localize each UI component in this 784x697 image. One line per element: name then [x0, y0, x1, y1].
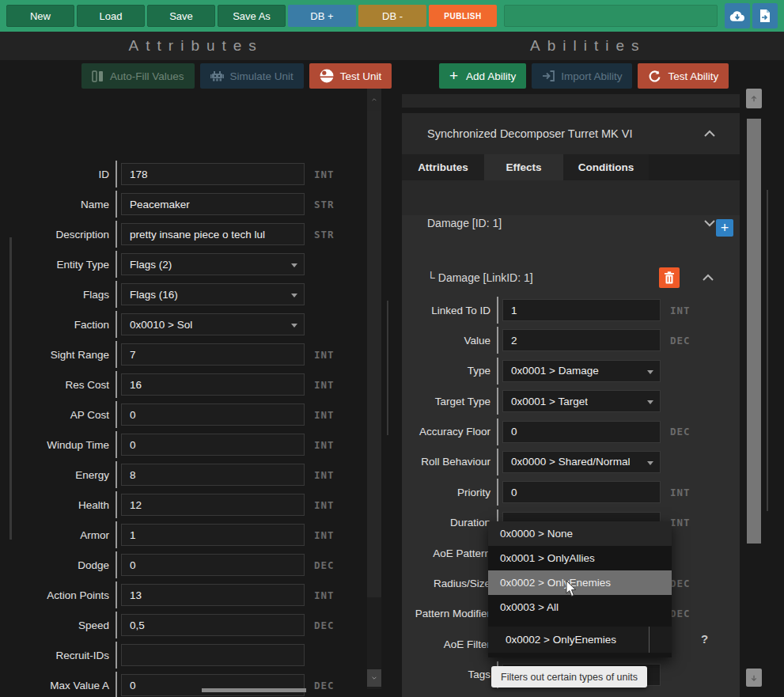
save-button[interactable]: Save [147, 5, 215, 27]
flags-dropdown[interactable]: Flags (16) [121, 283, 305, 305]
abilities-scrollbar-thumb[interactable] [747, 119, 761, 544]
auto-fill-values-button[interactable]: Auto-Fill Values [81, 63, 195, 89]
description-input[interactable]: pretty insane piece o tech lul [121, 223, 305, 245]
dropdown-option[interactable]: 0x0003 > All [488, 595, 672, 619]
field-type-label: INT [314, 379, 335, 391]
chevron-up-icon[interactable] [702, 273, 714, 282]
label-separator [116, 431, 117, 458]
help-icon[interactable]: ? [701, 632, 708, 646]
simulate-unit-button[interactable]: Simulate Unit [200, 63, 304, 89]
effect-section-header[interactable]: Damage [ID: 1] [427, 215, 716, 231]
ap-cost-input[interactable]: 0 [121, 403, 305, 426]
import-ability-button[interactable]: Import Ability [532, 63, 632, 89]
form-row: Recruit-IDs [0, 643, 365, 667]
chevron-down-icon[interactable] [703, 218, 716, 228]
entity-type-dropdown[interactable]: Flags (2) [121, 253, 305, 275]
field-type-label: STR [314, 229, 335, 241]
target-type-dropdown[interactable]: 0x0001 > Target [502, 390, 661, 412]
tab-effects[interactable]: Effects [484, 154, 563, 180]
add-ability-button[interactable]: + Add Ability [439, 63, 526, 89]
field-type-label: DEC [314, 619, 335, 631]
load-button[interactable]: Load [77, 5, 145, 27]
test-unit-button[interactable]: Test Unit [309, 63, 392, 89]
windup-time-input[interactable]: 0 [121, 434, 305, 456]
db-minus-button[interactable]: DB - [358, 5, 426, 27]
label-separator [116, 251, 117, 278]
priority-input[interactable]: 0 [502, 481, 661, 503]
action-points-input[interactable]: 13 [121, 584, 305, 606]
save-as-button[interactable]: Save As [218, 5, 286, 27]
delete-effect-button[interactable] [659, 267, 680, 288]
add-effect-button[interactable]: + [716, 219, 733, 237]
dropdown-option[interactable]: 0x0000 > None [488, 521, 672, 546]
recruit-ids-input[interactable] [121, 644, 305, 666]
field-value: Flags (2) [130, 259, 172, 271]
dropdown-option[interactable]: 0x0002 > OnlyEnemies [488, 570, 672, 595]
energy-input[interactable]: 8 [121, 464, 305, 486]
form-row: Target Type 0x0001 > Target [402, 389, 740, 413]
tab-conditions[interactable]: Conditions [563, 154, 649, 180]
chevron-up-icon[interactable] [703, 129, 716, 138]
form-row: Speed 0,5 DEC [0, 613, 365, 637]
attributes-scroll-up-button[interactable] [367, 89, 381, 111]
sight-range-input[interactable]: 7 [121, 343, 305, 366]
field-value: 8 [130, 469, 136, 481]
field-value: 13 [130, 589, 142, 601]
attributes-horizontal-scrollbar-thumb[interactable] [202, 688, 306, 692]
speed-input[interactable]: 0,5 [121, 614, 305, 636]
db-plus-button[interactable]: DB + [288, 5, 356, 27]
accuracy-floor-input[interactable]: 0 [502, 421, 661, 443]
toolbar-text-field[interactable] [504, 5, 718, 27]
name-input[interactable]: Peacemaker [121, 193, 305, 215]
robot-icon [210, 70, 224, 81]
abilities-scroll-down-button[interactable] [746, 669, 762, 687]
value-input[interactable]: 2 [502, 329, 661, 351]
form-row: Description pretty insane piece o tech l… [0, 222, 365, 246]
field-value: Peacemaker [130, 199, 190, 210]
field-type-label: INT [670, 487, 691, 498]
file-import-button[interactable] [752, 3, 778, 28]
linked-to-id-input[interactable]: 1 [502, 299, 661, 321]
roll-behaviour-dropdown[interactable]: 0x0000 > Shared/Normal [502, 451, 661, 473]
max-value-a-input[interactable]: 0 [121, 674, 305, 696]
attributes-scroll-down-button[interactable] [367, 669, 381, 687]
type-dropdown[interactable]: 0x0001 > Damage [502, 360, 661, 382]
arrow-down-icon [751, 674, 757, 682]
faction-dropdown[interactable]: 0x0010 > Sol [121, 313, 305, 335]
armor-input[interactable]: 1 [121, 524, 305, 546]
trash-icon [664, 271, 675, 284]
tab-attributes[interactable]: Attributes [402, 154, 484, 180]
test-ability-icon [648, 70, 661, 83]
linked-effect-header[interactable]: └ Damage [LinkID: 1] [427, 266, 714, 290]
field-value: 0 [511, 487, 517, 498]
attributes-scrollbar-thumb[interactable] [367, 111, 381, 597]
field-label: Accuracy Floor [402, 426, 490, 438]
attributes-toolbar: Auto-Fill Values Simulate Unit Test Unit [81, 63, 392, 89]
dropdown-option[interactable]: 0x0001 > OnlyAllies [488, 546, 672, 570]
abilities-scroll-up-button[interactable] [746, 89, 762, 108]
res-cost-input[interactable]: 16 [121, 373, 305, 396]
test-ability-button[interactable]: Test Ability [638, 63, 729, 89]
label-separator [116, 311, 117, 338]
effect-section-title: Damage [ID: 1] [427, 217, 502, 229]
label-separator [116, 221, 117, 248]
test-unit-label: Test Unit [340, 70, 382, 82]
cloud-download-button[interactable] [725, 3, 750, 28]
new-button[interactable]: New [6, 5, 74, 27]
field-label: Type [402, 365, 490, 377]
field-label: Flags [0, 289, 109, 301]
id-input[interactable]: 178 [121, 163, 305, 185]
field-value: 0x0000 > Shared/Normal [511, 456, 630, 468]
field-label: Sight Range [0, 349, 109, 361]
dodge-input[interactable]: 0 [121, 554, 305, 576]
field-type-label: STR [314, 199, 335, 210]
auto-fill-icon [92, 70, 104, 82]
ability-card-header[interactable]: Synchronized Decomposer Turret MK VI [402, 113, 740, 154]
aoe-filter-combobox[interactable]: 0x0002 > OnlyEnemies [488, 627, 672, 653]
publish-button[interactable]: PUBLISH [429, 5, 497, 27]
form-row: Entity Type Flags (2) [0, 252, 365, 276]
health-input[interactable]: 12 [121, 494, 305, 516]
field-label: Name [0, 199, 109, 210]
field-value: 0x0010 > Sol [130, 319, 192, 331]
abilities-inner-scrollbar[interactable] [767, 190, 768, 511]
